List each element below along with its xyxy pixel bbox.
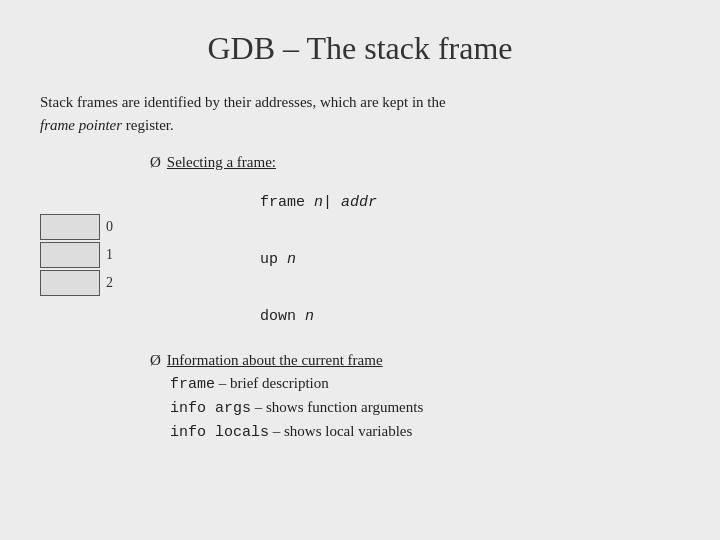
down-command-line: down n xyxy=(170,291,680,342)
section1-arrow: Ø xyxy=(150,154,161,171)
up-args: n xyxy=(278,251,296,268)
frame-args: n| addr xyxy=(305,194,377,211)
frame-desc-line: frame – brief description xyxy=(170,375,680,393)
down-cmd: down xyxy=(260,308,296,325)
info-args-cmd: info args xyxy=(170,400,251,417)
slide: GDB – The stack frame Stack frames are i… xyxy=(0,0,720,540)
section-selecting-frame: Ø Selecting a frame: frame n| addr up n … xyxy=(150,154,680,342)
intro-paragraph: Stack frames are identified by their add… xyxy=(40,91,680,136)
stack-box: 0 1 2 xyxy=(40,214,120,298)
stack-label-2: 2 xyxy=(106,275,113,291)
frame-cmd: frame xyxy=(260,194,305,211)
up-cmd: up xyxy=(260,251,278,268)
section1-label: Selecting a frame: xyxy=(167,154,276,171)
main-content: 0 1 2 Ø Selecting a frame: xyxy=(40,154,680,451)
stack-label-1: 1 xyxy=(106,247,113,263)
info-locals-text: – shows local variables xyxy=(269,423,412,439)
info-args-text: – shows function arguments xyxy=(251,399,423,415)
info-locals-line: info locals – shows local variables xyxy=(170,423,680,441)
stack-cell-1 xyxy=(40,242,100,268)
section2-header: Ø Information about the current frame xyxy=(150,352,680,369)
frame-desc-cmd: frame xyxy=(170,376,215,393)
stack-label-0: 0 xyxy=(106,219,113,235)
stack-cell-2 xyxy=(40,270,100,296)
stack-row-0: 0 xyxy=(40,214,120,240)
stack-diagram: 0 1 2 xyxy=(40,214,120,298)
up-command-line: up n xyxy=(170,234,680,285)
section1-header: Ø Selecting a frame: xyxy=(150,154,680,171)
section2-label: Information about the current frame xyxy=(167,352,383,369)
content-area: Ø Selecting a frame: frame n| addr up n … xyxy=(150,154,680,451)
section-info-frame: Ø Information about the current frame fr… xyxy=(150,352,680,441)
intro-line1: Stack frames are identified by their add… xyxy=(40,94,446,110)
section2-arrow: Ø xyxy=(150,352,161,369)
down-args: n xyxy=(296,308,314,325)
info-locals-cmd: info locals xyxy=(170,424,269,441)
frame-command-line: frame n| addr xyxy=(170,177,680,228)
intro-italic: frame pointer xyxy=(40,117,122,133)
frame-desc-text: – brief description xyxy=(215,375,329,391)
stack-cell-0 xyxy=(40,214,100,240)
stack-row-2: 2 xyxy=(40,270,120,296)
stack-row-1: 1 xyxy=(40,242,120,268)
intro-line2-suffix: register. xyxy=(126,117,174,133)
info-args-line: info args – shows function arguments xyxy=(170,399,680,417)
slide-title: GDB – The stack frame xyxy=(40,30,680,67)
